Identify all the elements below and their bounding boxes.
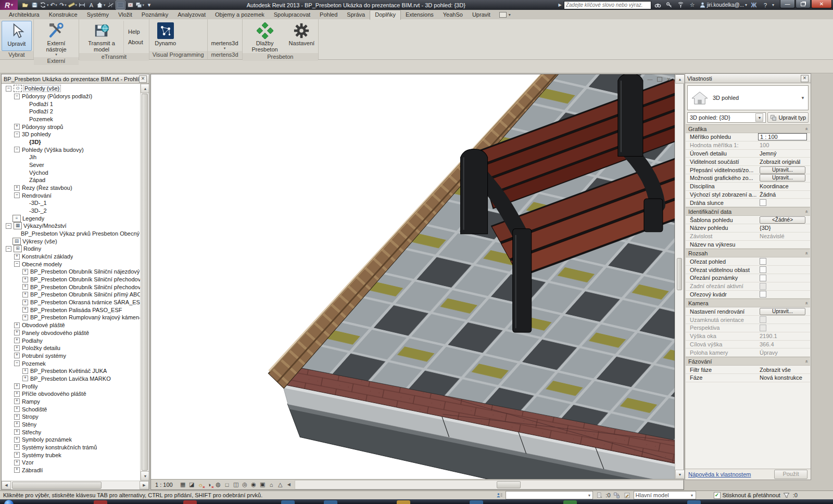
ribbon-minimize-icon[interactable]: ▾ (509, 12, 511, 17)
tree-item-obecn-modely[interactable]: −Obecné modely (2, 260, 141, 268)
taskbar-app-6[interactable] (470, 500, 483, 504)
tree-item-bp-presbeton-obrubn-k-silni-n-p-echodov-prav[interactable]: +BP_Presbeton Obrubník Silniční přechodo… (2, 283, 141, 291)
tree-item-pohledy-v-e[interactable]: −Pohledy (vše) (2, 85, 141, 93)
property-button-ablona-pohledu[interactable]: <Žádné> (760, 216, 805, 224)
transmit-a-model-button[interactable]: Transmit a model (81, 21, 122, 53)
collapse-icon[interactable]: − (14, 94, 20, 99)
show-rendering-dialog-icon[interactable]: ◍ (214, 481, 222, 488)
collapse-icon[interactable]: − (14, 192, 20, 198)
expand-icon[interactable]: + (14, 467, 20, 473)
taskbar-app-4[interactable] (324, 500, 337, 504)
edit-type-button[interactable]: Upravit typ (767, 112, 809, 123)
property-checkbox-o-ez-n-pozn-mky[interactable] (760, 275, 766, 281)
collapse-icon[interactable]: − (6, 246, 11, 252)
property-checkbox-dr-ha-slunce[interactable] (760, 199, 766, 206)
measure-icon[interactable]: ▾ (68, 1, 78, 9)
expand-icon[interactable]: + (22, 368, 28, 374)
text-icon[interactable]: A (87, 1, 96, 9)
type-selector[interactable]: 3D pohled ▼ (687, 85, 809, 110)
external-tools-button[interactable]: Externí nástroje▾ (35, 21, 77, 57)
editing-requests-icon[interactable] (595, 492, 603, 499)
section-collapse-icon[interactable]: » (803, 252, 809, 254)
tab-syst-my[interactable]: Systémy (82, 10, 113, 19)
tab-pozn-mky[interactable]: Poznámky (137, 10, 173, 19)
tree-item-ezy-ez-stavbou[interactable]: +Řezy (Řez stavbou) (2, 184, 141, 192)
tree-item-bp-presbeton-kv-tin-juka[interactable]: +BP_Presbeton Květináč JUKA (2, 367, 141, 375)
collapse-icon[interactable]: − (6, 223, 11, 229)
tree-item-pohledy-v-ka-budovy[interactable]: −Pohledy (Výška budovy) (2, 146, 141, 153)
expand-icon[interactable]: + (14, 124, 20, 130)
help-icon[interactable]: ? (761, 1, 770, 9)
unlocked-3d-view-icon[interactable]: ◎ (241, 481, 249, 488)
viewport-vertical-scrollbar[interactable]: ▲ ▼ (675, 74, 684, 479)
tree-item-3d[interactable]: {3D} (2, 138, 141, 146)
scroll-right-icon[interactable]: ▶ (140, 481, 149, 489)
tree-item-potrubn-syst-my[interactable]: +Potrubní systémy (2, 352, 141, 360)
tab-upravit[interactable]: Upravit (468, 10, 495, 19)
revit-application-menu[interactable]: R▾ (0, 0, 18, 10)
expand-icon[interactable]: + (14, 185, 20, 191)
temporary-hide-isolate-icon[interactable]: ◉ (250, 481, 258, 488)
section-collapse-icon[interactable]: » (803, 127, 809, 130)
browser-horizontal-scrollbar[interactable]: ◀ ▶ (2, 481, 149, 489)
project-browser-close-icon[interactable]: ✕ (139, 75, 147, 83)
browser-vertical-scrollbar[interactable]: ▲ ▼ (140, 84, 149, 481)
switch-windows-icon[interactable]: ▾ (135, 1, 145, 9)
open-file-icon[interactable] (21, 1, 30, 9)
search-icon[interactable] (653, 1, 663, 9)
expand-icon[interactable]: + (14, 254, 20, 260)
tree-item-obvodov-pl-t[interactable]: +Obvodové pláště (2, 321, 141, 329)
view-scroll-down-icon[interactable]: ▼ (675, 470, 685, 479)
collapse-icon[interactable]: − (14, 360, 20, 366)
design-options-edit-icon[interactable] (623, 492, 632, 499)
expand-icon[interactable]: + (14, 338, 20, 343)
tab-dopl-ky[interactable]: Doplňky (370, 10, 401, 20)
tree-item-podla-2[interactable]: Podlaží 2 (2, 108, 141, 115)
scroll-down-icon[interactable]: ▼ (141, 471, 149, 481)
section-collapse-icon[interactable]: » (803, 360, 809, 363)
tree-item-vzor[interactable]: +Vzor (2, 459, 141, 467)
close-button[interactable]: ✕ (811, 0, 832, 8)
property-button-p-eps-n-viditelnosti-zo[interactable]: Upravit... (760, 166, 805, 174)
expand-icon[interactable]: + (22, 315, 28, 320)
tree-item-st-echy[interactable]: +Střechy (2, 428, 141, 436)
close-hidden-windows-icon[interactable] (126, 1, 135, 9)
expand-icon[interactable]: + (22, 292, 28, 298)
browser-scroll-thumb[interactable] (142, 94, 148, 471)
expand-icon[interactable]: + (14, 429, 20, 435)
design-options-icon[interactable] (613, 492, 621, 499)
section-icon[interactable] (106, 1, 115, 9)
tab-pohled[interactable]: Pohled (315, 10, 342, 19)
tree-item-p-dorysy-strop[interactable]: +Půdorysy stropů (2, 123, 141, 131)
tree-item-p-dorysy-p-dorys-podla[interactable]: −Půdorysy (Půdorys podlaží) (2, 93, 141, 100)
tree-item-stropy[interactable]: +Stropy (2, 413, 141, 421)
taskbar-app-7[interactable] (563, 500, 577, 504)
expand-icon[interactable]: + (14, 322, 20, 328)
shadows-icon[interactable]: ◑× (206, 481, 213, 488)
expand-icon[interactable]: + (14, 452, 20, 458)
expand-icon[interactable]: + (14, 330, 20, 335)
ribbon-display-icon[interactable] (499, 12, 507, 18)
infocenter-collapse-icon[interactable]: ▶ (559, 3, 562, 7)
tree-item-3d-pohledy[interactable]: −3D pohledy (2, 131, 141, 138)
view-scroll-up-icon[interactable]: ▲ (675, 74, 685, 84)
scroll-left-icon[interactable]: ◀ (2, 481, 11, 489)
dlazby-presbeton-button[interactable]: Dlažby Presbeton (244, 21, 286, 53)
section-collapse-icon[interactable]: » (803, 210, 809, 213)
tree-item-bp-presbeton-obrubn-k-silni-n-p-m-abo2-15[interactable]: +BP_Presbeton Obrubník Silniční přímý AB… (2, 291, 141, 299)
tree-item-rendrov-n[interactable]: −Rendrování (2, 191, 141, 199)
tree-item-sever[interactable]: Sever (2, 161, 141, 169)
apply-button[interactable]: Použít (774, 470, 807, 479)
undo-icon[interactable]: ↶▾ (49, 1, 58, 9)
tab-vlo-it[interactable]: Vložit (113, 10, 137, 19)
tree-item-bp-presbeton-rumplovan-krajov-k-men-pokla[interactable]: +BP_Presbeton Rumplovaný krajový kámen-P… (2, 314, 141, 321)
redo-icon[interactable]: ↷▾ (59, 1, 68, 9)
view-scale-button[interactable]: 1 : 100 (155, 482, 173, 488)
property-button-nastaven-rendrov-n[interactable]: Upravit... (760, 308, 805, 315)
project-browser-titlebar[interactable]: BP_Presbeton Ukázka do prezentace BIM.rv… (2, 74, 149, 84)
tree-item-3d-2[interactable]: -3D-_2 (2, 207, 141, 215)
view-canvas[interactable]: — ✕ (151, 74, 675, 479)
properties-help-link[interactable]: Nápověda k vlastnostem (688, 471, 751, 477)
property-checkbox-o-ezat-pohled[interactable] (760, 258, 766, 265)
browser-hscroll-thumb[interactable] (12, 482, 102, 489)
